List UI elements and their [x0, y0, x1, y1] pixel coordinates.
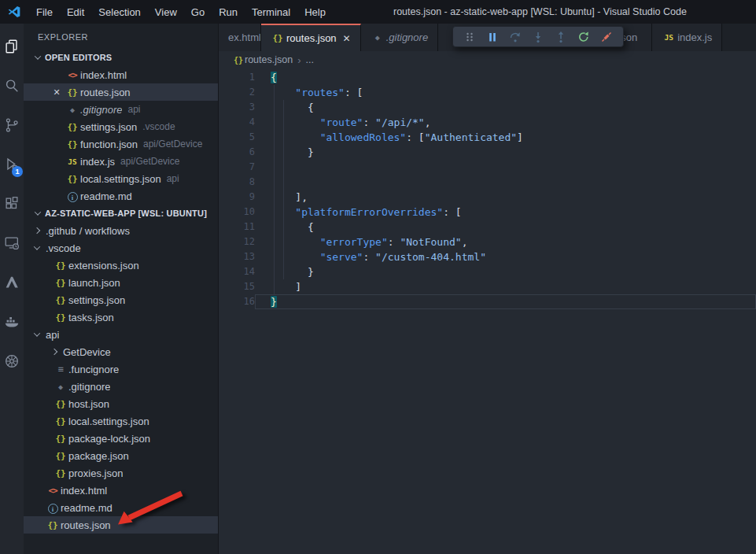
json-file-icon: {}	[232, 56, 245, 65]
line-number[interactable]: 10	[219, 205, 255, 220]
line-number[interactable]: 14	[219, 264, 255, 279]
tree-item-tasks-json[interactable]: {}tasks.json	[24, 308, 218, 326]
activity-extensions[interactable]	[0, 184, 24, 223]
code-line-content[interactable]: "errorType": "NotFound",	[255, 235, 756, 249]
code-line-content[interactable]: ],	[255, 190, 756, 205]
code-line-content[interactable]: "serve": "/custom-404.html"	[255, 249, 756, 264]
file-label: index.js	[80, 156, 115, 168]
code-line-content[interactable]: {	[255, 70, 756, 85]
menu-view[interactable]: View	[148, 0, 184, 24]
tree-item-launch-json[interactable]: {}launch.json	[24, 274, 218, 291]
activity-run-debug[interactable]: 1	[0, 145, 24, 184]
breadcrumb-file[interactable]: routes.json	[245, 54, 293, 65]
open-editor-gitignore[interactable]: ◆.gitignoreapi	[24, 101, 218, 118]
open-editor-routes-json[interactable]: ✕{}routes.json	[24, 83, 218, 101]
tree-item-settings-json[interactable]: {}settings.json	[24, 291, 218, 308]
debug-step-into-button[interactable]	[529, 28, 547, 46]
activity-explorer[interactable]	[0, 27, 24, 66]
code-line-content[interactable]: }	[255, 294, 756, 309]
open-editor-settings-json[interactable]: {}settings.json.vscode	[24, 118, 218, 135]
tab-index-js[interactable]: JSindex.js	[652, 24, 722, 51]
activity-search[interactable]	[0, 66, 24, 105]
line-number[interactable]: 6	[219, 145, 255, 160]
activity-azure[interactable]	[0, 263, 24, 302]
close-icon[interactable]: ✕	[343, 33, 351, 44]
line-number[interactable]: 1	[219, 70, 255, 85]
menubar: FileEditSelectionViewGoRunTerminalHelp	[29, 0, 333, 24]
line-number[interactable]: 12	[219, 235, 255, 249]
open-editor-index-js[interactable]: JSindex.jsapi/GetDevice	[24, 153, 218, 170]
line-number[interactable]: 9	[219, 190, 255, 205]
debug-gripper-button[interactable]	[461, 28, 478, 46]
tree-folder-github-workflows[interactable]: .github / workflows	[24, 222, 218, 239]
debug-step-out-button[interactable]	[552, 28, 570, 46]
file-label: routes.json	[80, 87, 131, 98]
tree-item-local-settings-json[interactable]: {}local.settings.json	[24, 412, 218, 430]
tab-routes-json[interactable]: {}routes.json✕	[261, 24, 361, 51]
line-number[interactable]: 15	[219, 279, 255, 294]
line-number[interactable]: 11	[219, 220, 255, 235]
code-line-content[interactable]: "routes": [	[255, 85, 756, 100]
tree-item-readme-md[interactable]: ireadme.md	[24, 499, 218, 516]
tree-item-extensions-json[interactable]: {}extensions.json	[24, 257, 218, 274]
line-number[interactable]: 5	[219, 130, 255, 145]
tree-folder-getdevice[interactable]: GetDevice	[24, 343, 218, 360]
code-line-content[interactable]: ]	[255, 279, 756, 294]
tab-gitignore[interactable]: ◆.gitignore	[361, 24, 438, 51]
tree-folder-vscode[interactable]: .vscode	[24, 239, 218, 257]
menu-edit[interactable]: Edit	[60, 0, 91, 24]
tree-item-funcignore[interactable]: ≡.funcignore	[24, 360, 218, 378]
open-editor-function-json[interactable]: {}function.jsonapi/GetDevice	[24, 135, 218, 153]
code-line-content[interactable]: "allowedRoles": ["Authenticated"]	[255, 130, 756, 145]
tab-label: .gitignore	[386, 31, 428, 43]
code-line-content[interactable]	[255, 175, 756, 190]
tree-folder-api[interactable]: api	[24, 326, 218, 343]
tree-item-package-lock-json[interactable]: {}package-lock.json	[24, 430, 218, 447]
line-number[interactable]: 3	[219, 100, 255, 115]
debug-restart-button[interactable]	[575, 28, 592, 46]
activity-docker[interactable]	[0, 302, 24, 342]
activity-kubernetes[interactable]	[0, 342, 24, 381]
tree-item-host-json[interactable]: {}host.json	[24, 395, 218, 412]
line-number[interactable]: 7	[219, 160, 255, 175]
debug-step-over-button[interactable]	[507, 28, 524, 46]
open-editor-index-html[interactable]: <>index.html	[24, 66, 218, 83]
code-line-content[interactable]: {	[255, 220, 756, 235]
tree-item-index-html[interactable]: <>index.html	[24, 482, 218, 499]
code-line-content[interactable]: {	[255, 100, 756, 115]
code-line-content[interactable]: }	[255, 264, 756, 279]
debug-disconnect-button[interactable]	[598, 28, 615, 46]
menu-go[interactable]: Go	[184, 0, 212, 24]
tab-ex-html[interactable]: ex.html	[219, 24, 261, 51]
tree-item-package-json[interactable]: {}package.json	[24, 447, 218, 464]
tree-item-proxies-json[interactable]: {}proxies.json	[24, 464, 218, 482]
code-line-content[interactable]: "route": "/api/*",	[255, 115, 756, 130]
line-number[interactable]: 2	[219, 85, 255, 100]
breadcrumb-more[interactable]: ...	[306, 54, 314, 65]
open-editors-header[interactable]: OPEN EDITORS	[24, 49, 218, 66]
file-label: index.html	[80, 69, 127, 81]
close-icon[interactable]: ✕	[49, 87, 65, 98]
tree-item-gitignore[interactable]: ◆.gitignore	[24, 378, 218, 395]
line-number[interactable]: 16	[219, 294, 255, 309]
tree-item-routes-json[interactable]: {}routes.json	[24, 516, 218, 534]
menu-help[interactable]: Help	[297, 0, 333, 24]
line-number[interactable]: 4	[219, 115, 255, 130]
line-number[interactable]: 13	[219, 249, 255, 264]
code-line-content[interactable]: "platformErrorOverrides": [	[255, 205, 756, 220]
menu-selection[interactable]: Selection	[91, 0, 147, 24]
open-editor-readme-md[interactable]: ireadme.md	[24, 187, 218, 205]
activity-source-control[interactable]	[0, 105, 24, 145]
line-number[interactable]: 8	[219, 175, 255, 190]
menu-terminal[interactable]: Terminal	[245, 0, 297, 24]
workspace-header[interactable]: AZ-STATIC-WEB-APP [WSL: UBUNTU]	[24, 205, 218, 222]
code-editor[interactable]: 1{2 "routes": [3 {4 "route": "/api/*",5 …	[219, 68, 756, 554]
activity-remote-explorer[interactable]	[0, 223, 24, 263]
json-file-icon: {}	[65, 139, 80, 150]
menu-run[interactable]: Run	[212, 0, 245, 24]
code-line-content[interactable]	[255, 160, 756, 175]
debug-pause-button[interactable]	[484, 28, 501, 46]
menu-file[interactable]: File	[29, 0, 60, 24]
code-line-content[interactable]: }	[255, 145, 756, 160]
open-editor-local-settings-json[interactable]: {}local.settings.jsonapi	[24, 170, 218, 187]
